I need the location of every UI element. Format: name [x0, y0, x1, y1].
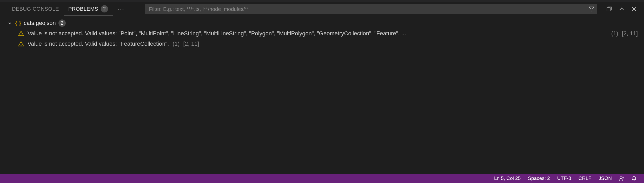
svg-point-5 [620, 177, 622, 179]
close-icon[interactable] [629, 4, 639, 14]
status-text: CRLF [579, 175, 592, 181]
status-eol[interactable]: CRLF [575, 174, 595, 183]
feedback-icon[interactable] [615, 174, 628, 183]
status-language[interactable]: JSON [595, 174, 615, 183]
file-problem-count-badge: 2 [58, 19, 66, 27]
file-row[interactable]: { } cats.geojson 2 [0, 18, 644, 28]
svg-rect-0 [607, 8, 610, 11]
tab-overflow-button[interactable]: ··· [113, 6, 129, 12]
problems-filter-input[interactable] [145, 4, 586, 14]
bell-icon[interactable] [628, 174, 640, 183]
json-file-icon: { } [15, 20, 21, 26]
problems-count-badge: 2 [101, 5, 108, 12]
chevron-down-icon[interactable] [7, 21, 12, 26]
tab-problems[interactable]: PROBLEMS 2 [64, 2, 113, 16]
toggle-maximize-icon[interactable] [604, 4, 614, 14]
svg-point-4 [21, 45, 21, 46]
chevron-up-icon[interactable] [616, 4, 627, 14]
problem-location: [2, 11] [622, 30, 638, 37]
problem-source-count: (1) [611, 30, 618, 37]
filter-icon[interactable] [586, 4, 597, 14]
status-text: JSON [599, 175, 612, 181]
problem-row[interactable]: Value is not accepted. Valid values: "Po… [0, 28, 644, 39]
status-encoding[interactable]: UTF-8 [554, 174, 575, 183]
problem-message: Value is not accepted. Valid values: "Fe… [28, 40, 169, 47]
file-name: cats.geojson [24, 20, 56, 26]
status-text: Ln 5, Col 25 [494, 175, 521, 181]
warning-icon [18, 41, 24, 47]
problems-tree: { } cats.geojson 2 Value is not accepted… [0, 16, 644, 174]
panel-tab-bar: DEBUG CONSOLE PROBLEMS 2 ··· [0, 2, 644, 16]
tab-label: DEBUG CONSOLE [12, 6, 59, 12]
problem-row[interactable]: Value is not accepted. Valid values: "Fe… [0, 39, 644, 49]
status-ln-col[interactable]: Ln 5, Col 25 [490, 174, 524, 183]
problem-source-count: (1) [172, 40, 180, 47]
status-bar: Ln 5, Col 25 Spaces: 2 UTF-8 CRLF JSON [0, 174, 644, 183]
title-bar-strip [0, 0, 644, 2]
problem-message: Value is not accepted. Valid values: "Po… [28, 30, 406, 37]
tab-label: PROBLEMS [68, 6, 98, 12]
status-text: Spaces: 2 [528, 175, 550, 181]
status-text: UTF-8 [557, 175, 571, 181]
warning-icon [18, 31, 24, 36]
svg-point-2 [21, 35, 21, 35]
status-indent[interactable]: Spaces: 2 [524, 174, 554, 183]
problem-location: [2, 11] [183, 40, 199, 47]
tab-debug-console[interactable]: DEBUG CONSOLE [7, 2, 64, 16]
